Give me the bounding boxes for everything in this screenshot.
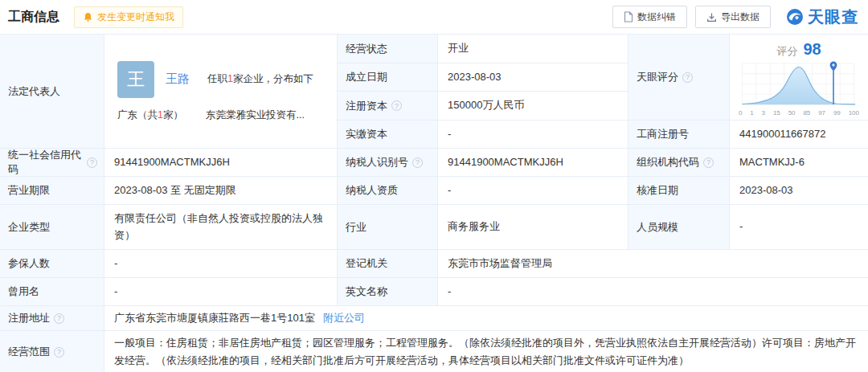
notify-on-change-button[interactable]: 发生变更时通知我 (74, 6, 183, 28)
business-info-table: 法定代表人 王 王路 任职1家企业，分布如下 广东（共1家） 东莞棠雅实业投资有… (0, 34, 868, 372)
field-value-industry: 商务服务业 (438, 205, 628, 249)
field-value-registered-address: 广东省东莞市塘厦镇康莊路西一巷1号101室 附近公司 (104, 306, 868, 330)
field-label-former-name: 曾用名 (0, 278, 104, 305)
field-value-business-status: 开业 (438, 35, 628, 63)
field-label-taxpayer-id: 纳税人识别号? (338, 149, 437, 176)
section-header: 工商信息 发生变更时通知我 数据纠错 导出数据 (0, 0, 868, 34)
data-correction-button[interactable]: 数据纠错 (612, 6, 687, 28)
related-company-name: 东莞棠雅实业投资有... (206, 108, 305, 122)
field-value-company-type: 有限责任公司（非自然人投资或控股的法人独资） (104, 205, 337, 249)
field-label-company-type: 企业类型 (0, 205, 104, 249)
nearby-companies-link[interactable]: 附近公司 (323, 310, 365, 326)
field-value-english-name: - (438, 278, 868, 305)
legal-rep-distribution-row: 广东（共1家） 东莞棠雅实业投资有... (117, 108, 337, 122)
business-info-panel: 工商信息 发生变更时通知我 数据纠错 导出数据 (0, 0, 868, 372)
score-distribution-chart (739, 60, 859, 108)
field-value-taxpayer-qualification: - (438, 177, 628, 204)
tenure-count: 1 (227, 73, 233, 84)
field-label-reg-number: 工商注册号 (628, 121, 729, 148)
field-value-credit-code: 91441900MACTMKJJ6H (104, 149, 337, 176)
field-label-registered-capital: 注册资本? (338, 92, 437, 120)
field-label-establish-date: 成立日期 (338, 63, 437, 91)
data-correction-label: 数据纠错 (637, 10, 676, 24)
field-value-former-name: - (104, 278, 337, 305)
field-label-business-scope: 经营范围? (0, 331, 104, 372)
field-value-staff-size: - (730, 205, 868, 249)
score-axis-ticks: 0131550859799100 (739, 109, 859, 117)
field-label-credit-code: 统一社会信用代码? (0, 149, 104, 176)
field-value-business-scope: 一般项目：住房租赁；非居住房地产租赁；园区管理服务；工程管理服务。（除依法须经批… (104, 331, 868, 372)
field-value-business-term: 2023-08-03 至 无固定期限 (104, 177, 337, 204)
field-value-insured-count: - (104, 250, 337, 277)
section-title: 工商信息 (8, 9, 59, 26)
field-value-legal-rep: 王 王路 任职1家企业，分布如下 广东（共1家） 东莞棠雅实业投资有... (104, 35, 337, 148)
info-icon[interactable]: ? (87, 157, 97, 168)
field-value-reg-number: 441900011667872 (730, 121, 868, 148)
field-label-legal-rep: 法定代表人 (0, 35, 104, 148)
bell-icon (83, 12, 93, 22)
field-value-tianyan-score: 评分 98 (730, 35, 868, 120)
notify-badge-label: 发生变更时通知我 (97, 10, 174, 24)
legal-rep-tenure: 任职1家企业，分布如下 (207, 72, 313, 86)
field-label-registry-authority: 登记机关 (338, 250, 437, 277)
field-label-org-code: 组织机构代码? (628, 149, 729, 176)
download-icon (706, 12, 717, 22)
field-label-insured-count: 参保人数 (0, 250, 104, 277)
info-icon[interactable]: ? (682, 72, 693, 83)
field-label-english-name: 英文名称 (338, 278, 437, 305)
header-actions: 数据纠错 导出数据 天眼查 (612, 6, 858, 28)
score-value: 98 (803, 40, 821, 59)
legal-rep-name-link[interactable]: 王路 (166, 72, 190, 87)
field-value-establish-date: 2023-08-03 (438, 63, 628, 91)
field-label-tianyan-score: 天眼评分? (628, 35, 729, 120)
document-icon (624, 11, 633, 22)
field-label-registered-address: 注册地址? (0, 306, 104, 330)
export-data-label: 导出数据 (721, 10, 760, 24)
field-label-paidin-capital: 实缴资本 (338, 121, 437, 148)
field-label-business-status: 经营状态 (338, 35, 437, 63)
legal-rep-row: 王 王路 任职1家企业，分布如下 (117, 61, 337, 98)
field-value-taxpayer-id: 91441900MACTMKJJ6H (438, 149, 628, 176)
field-value-org-code: MACTMKJJ-6 (730, 149, 868, 176)
field-label-staff-size: 人员规模 (628, 205, 729, 249)
info-icon[interactable]: ? (703, 157, 714, 168)
field-value-registry-authority: 东莞市市场监督管理局 (438, 250, 868, 277)
export-data-button[interactable]: 导出数据 (695, 6, 771, 28)
field-label-taxpayer-qualification: 纳税人资质 (338, 177, 437, 204)
info-icon[interactable]: ? (412, 157, 423, 168)
info-icon[interactable]: ? (54, 347, 64, 358)
field-value-approval-date: 2023-08-03 (730, 177, 868, 204)
info-icon[interactable]: ? (54, 313, 64, 324)
field-label-industry: 行业 (338, 205, 437, 249)
info-icon[interactable]: ? (391, 100, 402, 111)
tianyancha-logo-icon (785, 7, 805, 27)
field-value-registered-capital: 150000万人民币 (438, 92, 628, 120)
tianyancha-logo-text: 天眼查 (808, 6, 858, 28)
avatar: 王 (117, 61, 154, 98)
field-value-paidin-capital: - (438, 121, 628, 148)
score-marker-pin (830, 61, 837, 104)
field-label-business-term: 营业期限 (0, 177, 104, 204)
score-header: 评分 98 (776, 40, 821, 59)
field-label-approval-date: 核准日期 (628, 177, 729, 204)
region-count: 广东（共1家） (117, 108, 206, 122)
tianyancha-logo[interactable]: 天眼查 (785, 6, 858, 28)
